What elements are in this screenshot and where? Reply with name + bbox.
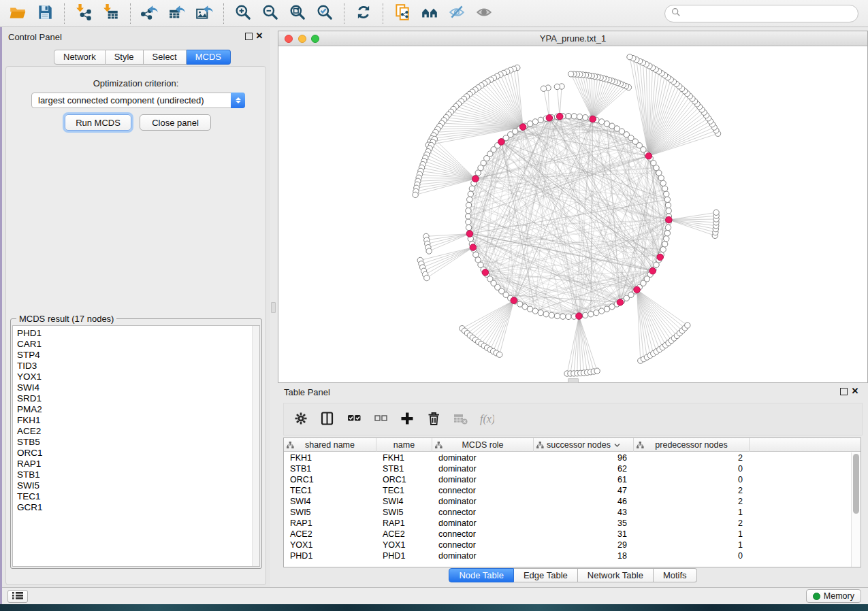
cell-shared-name[interactable]: ORC1 (284, 474, 376, 485)
table-row[interactable]: TEC1TEC1connector472 (284, 485, 851, 496)
tab-node-table[interactable]: Node Table (449, 568, 514, 582)
mcds-node[interactable] (472, 176, 479, 182)
table-row[interactable]: ORC1ORC1dominator610 (284, 474, 851, 485)
table-row[interactable]: SWI4SWI4dominator462 (284, 496, 851, 507)
cell-name[interactable]: SWI5 (376, 507, 432, 518)
cell-shared-name[interactable]: STB1 (284, 463, 376, 474)
tab-network[interactable]: Network (54, 50, 106, 65)
cell-successor-nodes[interactable]: 29 (534, 540, 634, 550)
cell-shared-name[interactable]: PHD1 (284, 550, 376, 561)
network-node[interactable] (588, 312, 594, 317)
mcds-node[interactable] (590, 116, 596, 122)
network-node[interactable] (543, 312, 549, 317)
mcds-result-item[interactable]: RAP1 (17, 459, 259, 469)
zoom-in-button[interactable] (229, 3, 257, 24)
network-node[interactable] (713, 210, 719, 215)
column-header-name[interactable]: name (376, 438, 432, 452)
network-node[interactable] (664, 236, 669, 242)
deselect-all-columns-button[interactable] (370, 409, 391, 429)
cell-MCDS-role[interactable]: dominator (432, 463, 534, 474)
tab-mcds[interactable]: MCDS (187, 50, 231, 65)
cell-name[interactable]: FKH1 (376, 452, 432, 463)
column-header-shared-name[interactable]: shared name (284, 438, 376, 452)
table-row[interactable]: SWI5SWI5connector431 (284, 507, 851, 518)
network-node[interactable] (577, 114, 582, 119)
network-window-titlebar[interactable]: YPA_prune.txt_1 (278, 31, 867, 46)
cell-shared-name[interactable]: ACE2 (284, 529, 376, 540)
refresh-button[interactable] (350, 3, 377, 24)
network-node[interactable] (599, 119, 605, 125)
cell-predecessor-nodes[interactable]: 2 (634, 452, 750, 463)
mcds-result-item[interactable]: PHD1 (17, 328, 259, 339)
network-node[interactable] (497, 352, 502, 357)
cell-successor-nodes[interactable]: 31 (534, 529, 634, 540)
mcds-node[interactable] (519, 124, 526, 131)
network-node[interactable] (664, 191, 669, 197)
mcds-result-item[interactable]: STB5 (17, 437, 259, 448)
close-icon[interactable]: ✕ (850, 386, 860, 397)
tab-network-table[interactable]: Network Table (578, 568, 654, 582)
import-network-button[interactable] (70, 3, 97, 24)
list-scrollbar[interactable] (252, 326, 259, 566)
network-node[interactable] (413, 192, 418, 197)
cell-predecessor-nodes[interactable]: 2 (634, 485, 750, 496)
horizontal-splitter-handle[interactable] (568, 378, 579, 383)
mcds-result-item[interactable]: FKH1 (17, 415, 259, 426)
cell-name[interactable]: ACE2 (376, 529, 432, 540)
tab-style[interactable]: Style (106, 50, 144, 65)
network-node[interactable] (660, 246, 666, 252)
table-row[interactable]: FKH1FKH1dominator962 (284, 452, 851, 463)
network-node[interactable] (685, 323, 690, 328)
network-node[interactable] (466, 219, 471, 225)
column-header-MCDS-role[interactable]: MCDS role (432, 438, 534, 452)
network-node[interactable] (466, 202, 471, 208)
mcds-node[interactable] (470, 244, 477, 251)
cell-MCDS-role[interactable]: connector (432, 540, 534, 550)
network-node[interactable] (664, 230, 670, 235)
cell-shared-name[interactable]: SWI5 (284, 507, 376, 518)
mcds-result-item[interactable]: SWI5 (17, 480, 259, 491)
cell-predecessor-nodes[interactable]: 2 (634, 518, 750, 529)
network-node[interactable] (426, 248, 432, 254)
cell-predecessor-nodes[interactable]: 0 (634, 550, 750, 561)
mcds-result-item[interactable]: YOX1 (17, 371, 259, 382)
mcds-result-item[interactable]: STB1 (17, 469, 259, 480)
cell-shared-name[interactable]: YOX1 (284, 540, 376, 550)
mcds-result-item[interactable]: SRD1 (17, 393, 259, 404)
cell-shared-name[interactable]: SWI4 (284, 496, 376, 507)
network-node[interactable] (662, 242, 667, 247)
cell-MCDS-role[interactable]: connector (432, 529, 534, 540)
scrollbar-thumb[interactable] (853, 454, 859, 514)
table-row[interactable]: STB1STB1dominator620 (284, 463, 851, 474)
tab-motifs[interactable]: Motifs (654, 568, 697, 582)
mcds-node[interactable] (556, 113, 563, 120)
delete-column-button[interactable] (423, 409, 444, 429)
cell-MCDS-role[interactable]: dominator (432, 518, 534, 529)
network-node[interactable] (666, 208, 671, 214)
create-column-button[interactable] (397, 409, 417, 429)
mcds-result-item[interactable]: SWI4 (17, 382, 259, 393)
mcds-node[interactable] (617, 299, 624, 306)
mcds-node[interactable] (645, 152, 652, 159)
network-node[interactable] (466, 208, 471, 214)
network-node[interactable] (566, 113, 571, 118)
import-table-button[interactable] (97, 3, 125, 24)
network-canvas[interactable] (278, 46, 867, 382)
node-table[interactable]: shared namenameMCDS rolesuccessor nodesp… (283, 437, 861, 567)
mcds-result-item[interactable]: STP4 (17, 350, 259, 361)
cell-successor-nodes[interactable]: 18 (534, 550, 634, 561)
mcds-result-item[interactable]: PMA2 (17, 404, 259, 415)
cell-name[interactable]: SWI4 (376, 496, 432, 507)
clone-network-button[interactable] (389, 3, 416, 24)
run-mcds-button[interactable]: Run MCDS (65, 114, 131, 131)
network-node[interactable] (662, 186, 667, 191)
cell-predecessor-nodes[interactable]: 2 (634, 496, 750, 507)
cell-shared-name[interactable]: TEC1 (284, 485, 376, 496)
cell-successor-nodes[interactable]: 43 (534, 507, 634, 518)
network-node[interactable] (538, 117, 543, 122)
table-settings-button[interactable] (291, 409, 311, 429)
search-box[interactable] (664, 5, 858, 22)
zoom-out-button[interactable] (257, 3, 284, 24)
network-node[interactable] (660, 180, 666, 186)
cell-predecessor-nodes[interactable]: 1 (634, 507, 750, 518)
